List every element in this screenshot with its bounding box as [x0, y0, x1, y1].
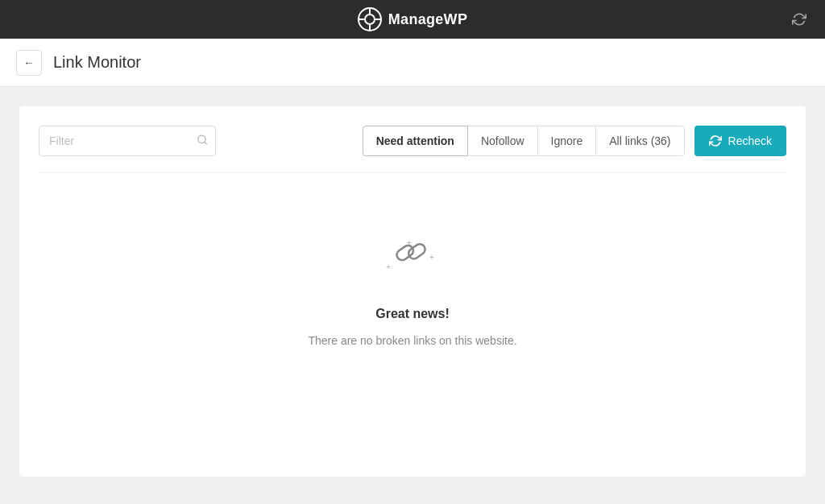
logo: ManageWP	[358, 7, 467, 31]
tabs-and-recheck: Need attention Nofollow Ignore All links…	[363, 126, 786, 156]
link-monitor-card: Need attention Nofollow Ignore All links…	[19, 106, 806, 477]
recheck-button[interactable]: Recheck	[694, 126, 786, 156]
refresh-icon	[792, 12, 806, 27]
empty-state: + + + Great news! There are no broken li…	[39, 173, 786, 379]
tab-all-links[interactable]: All links (36)	[595, 126, 684, 156]
filter-input-wrap	[39, 126, 216, 156]
back-button[interactable]: ←	[16, 50, 42, 76]
recheck-label: Recheck	[728, 134, 772, 147]
svg-text:+: +	[386, 262, 391, 271]
empty-state-title: Great news!	[375, 307, 450, 321]
empty-state-description: There are no broken links on this websit…	[308, 334, 516, 347]
svg-point-1	[365, 14, 375, 24]
page-header: ← Link Monitor	[0, 39, 825, 87]
filter-input[interactable]	[39, 126, 216, 156]
back-arrow-icon: ←	[23, 56, 35, 69]
chain-icon-wrap: + + +	[380, 238, 445, 294]
filter-row: Need attention Nofollow Ignore All links…	[39, 126, 786, 156]
page-title: Link Monitor	[53, 53, 141, 72]
main-content: Need attention Nofollow Ignore All links…	[0, 87, 825, 504]
tab-need-attention[interactable]: Need attention	[363, 126, 468, 156]
tab-nofollow[interactable]: Nofollow	[467, 126, 538, 156]
logo-icon	[358, 7, 382, 31]
tab-group: Need attention Nofollow Ignore All links…	[363, 126, 685, 156]
recheck-icon	[709, 134, 722, 147]
chain-icon: + + +	[380, 238, 445, 294]
app-header: ManageWP	[0, 0, 825, 39]
svg-text:+: +	[429, 253, 434, 262]
tab-ignore[interactable]: Ignore	[537, 126, 597, 156]
logo-text: ManageWP	[388, 11, 467, 28]
header-refresh-button[interactable]	[786, 6, 812, 32]
